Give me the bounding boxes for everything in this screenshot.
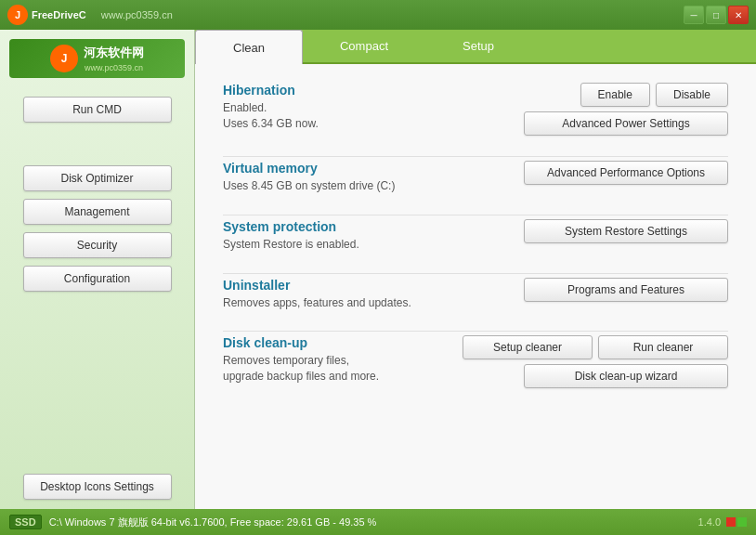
uninstaller-desc1: Removes apps, features and updates. [223,295,450,311]
tabs: Clean Compact Setup [195,30,756,64]
hibernation-btn-row2: Advanced Power Settings [524,111,728,136]
sidebar-desktop-icons-settings-button[interactable]: Desktop Icons Settings [23,474,172,500]
virtual-memory-left: Virtual memory Uses 8.45 GB on system dr… [223,161,450,194]
disk-cleanup-btn-row2: Disk clean-up wizard [524,364,728,388]
system-restore-settings-button[interactable]: System Restore Settings [524,219,728,243]
status-bar-left: SSD C:\ Windows 7 旗舰版 64-bit v6.1.7600, … [9,515,376,529]
disable-button[interactable]: Disable [656,83,728,107]
minimize-button[interactable]: ─ [684,6,704,24]
disk-cleanup-right: Setup cleaner Run cleaner Disk clean-up … [463,335,728,388]
content-scroll: Hibernation Enabled. Uses 6.34 GB now. E… [195,64,756,509]
title-bar-app-name: FreeDriveC [32,9,86,20]
green-square [737,517,747,527]
tab-setup[interactable]: Setup [425,30,531,62]
title-bar-brand: www.pc0359.cn [101,9,173,20]
virtual-memory-desc1: Uses 8.45 GB on system drive (C:) [223,178,450,194]
uninstaller-section: Uninstaller Removes apps, features and u… [223,278,728,311]
tab-compact[interactable]: Compact [303,30,425,62]
disk-cleanup-left: Disk clean-up Removes temporary files, u… [223,335,444,385]
sidebar-management-button[interactable]: Management [23,199,172,225]
uninstaller-title: Uninstaller [223,278,450,293]
status-bar: SSD C:\ Windows 7 旗舰版 64-bit v6.1.7600, … [0,509,756,535]
system-protection-right: System Restore Settings [468,219,728,243]
divider-4 [223,331,728,332]
divider-1 [223,156,728,157]
disk-cleanup-wizard-button[interactable]: Disk clean-up wizard [524,364,728,388]
sidebar-configuration-button[interactable]: Configuration [23,266,172,292]
hibernation-section: Hibernation Enabled. Uses 6.34 GB now. E… [223,83,728,136]
uninstaller-left: Uninstaller Removes apps, features and u… [223,278,450,311]
disk-cleanup-title: Disk clean-up [223,335,444,350]
system-protection-title: System protection [223,219,450,234]
hibernation-btn-row1: Enable Disable [580,83,728,107]
status-bar-right: 1.4.0 [698,516,747,528]
system-protection-desc1: System Restore is enabled. [223,237,450,253]
virtual-memory-title: Virtual memory [223,161,450,176]
title-bar-controls: ─ □ ✕ [684,6,749,24]
ssd-badge: SSD [9,515,42,529]
status-squares [726,517,747,527]
title-bar: J FreeDriveC www.pc0359.cn ─ □ ✕ [0,0,756,30]
advanced-power-settings-button[interactable]: Advanced Power Settings [524,111,728,136]
system-protection-left: System protection System Restore is enab… [223,219,450,253]
close-button[interactable]: ✕ [728,6,749,24]
setup-cleaner-button[interactable]: Setup cleaner [463,335,593,359]
status-text: C:\ Windows 7 旗舰版 64-bit v6.1.7600, Free… [49,515,377,529]
sidebar-logo-sub: www.pc0359.cn [84,63,144,72]
maximize-button[interactable]: □ [706,6,726,24]
title-bar-logo: J FreeDriveC [7,5,86,25]
logo-icon: J [7,5,28,25]
virtual-memory-btn-row: Advanced Performance Options [524,161,728,185]
sidebar-logo-area: J 河东软件网 www.pc0359.cn [9,39,185,78]
system-protection-section: System protection System Restore is enab… [223,219,728,253]
sidebar-logo-text: 河东软件网 [84,45,144,61]
uninstaller-right: Programs and Features [468,278,728,302]
sidebar: J 河东软件网 www.pc0359.cn Run CMD Disk Optim… [0,30,195,509]
hibernation-title: Hibernation [223,83,450,98]
system-protection-btn-row: System Restore Settings [524,219,728,243]
main-container: J 河东软件网 www.pc0359.cn Run CMD Disk Optim… [0,30,756,509]
disk-cleanup-desc2: upgrade backup files and more. [223,369,444,385]
hibernation-desc1: Enabled. [223,100,450,116]
title-bar-left: J FreeDriveC www.pc0359.cn [7,5,173,25]
virtual-memory-section: Virtual memory Uses 8.45 GB on system dr… [223,161,728,194]
sidebar-run-cmd-button[interactable]: Run CMD [23,97,172,123]
run-cleaner-button[interactable]: Run cleaner [598,335,728,359]
disk-cleanup-btn-row1: Setup cleaner Run cleaner [463,335,728,359]
sidebar-security-button[interactable]: Security [23,232,172,258]
divider-3 [223,273,728,274]
hibernation-right: Enable Disable Advanced Power Settings [468,83,728,136]
content-area: Clean Compact Setup Hibernation Enabled.… [195,30,756,509]
hibernation-left: Hibernation Enabled. Uses 6.34 GB now. [223,83,450,132]
red-square [726,517,736,527]
sidebar-disk-optimizer-button[interactable]: Disk Optimizer [23,165,172,191]
divider-2 [223,215,728,215]
tab-clean[interactable]: Clean [195,30,303,64]
hibernation-desc2: Uses 6.34 GB now. [223,116,450,132]
disk-cleanup-desc1: Removes temporary files, [223,353,444,369]
enable-button[interactable]: Enable [580,83,650,107]
version-text: 1.4.0 [698,516,721,528]
sidebar-logo-img: J 河东软件网 www.pc0359.cn [15,45,179,72]
programs-and-features-button[interactable]: Programs and Features [524,278,728,302]
advanced-performance-options-button[interactable]: Advanced Performance Options [524,161,728,185]
virtual-memory-right: Advanced Performance Options [468,161,728,185]
uninstaller-btn-row: Programs and Features [524,278,728,302]
disk-cleanup-section: Disk clean-up Removes temporary files, u… [223,335,728,388]
sidebar-logo-circle: J [50,45,78,72]
